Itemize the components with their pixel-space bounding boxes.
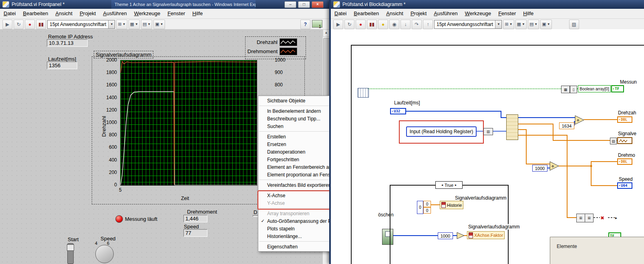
context-menu-item[interactable]: Suchen▶ [258,122,329,130]
bundle-node-icon[interactable]: ⊞ [585,214,594,222]
background-window-title: Theme 1 Achse an Signalverlaufsgraph tau… [115,2,256,7]
tf-indicator-terminal[interactable]: ▸TF [611,85,624,92]
distribute-objects-dropdown[interactable]: ▦▼ [129,20,140,29]
u32-terminal[interactable]: ▸U32 [390,108,406,114]
menu-item-label: Datenoperationen [267,149,329,155]
menu-item-label: Erstellen [267,134,329,140]
drehmoment-field[interactable]: 1,446 [183,215,207,222]
u64-terminal-speed[interactable]: ▸U64 [617,182,632,189]
legend-row: Drehmoment [247,47,306,56]
background-window-titlebar[interactable]: Theme 1 Achse an Signalverlaufsgraph tau… [111,0,256,9]
legend-label-drehmoment: Drehmoment [247,48,278,54]
convert-node-icon[interactable]: ▤ [610,138,617,144]
resize-objects-dropdown[interactable]: ▤▼ [141,20,152,29]
run-continuous-button[interactable]: ↻ [14,20,24,29]
run-button[interactable]: ▶ [2,20,12,29]
maximize-button[interactable]: □ [298,1,310,8]
y-tick: 400 [109,157,117,163]
constant-1000-case[interactable]: 1000 [438,232,453,239]
context-menu: Sichtbare Objekte▶In Bedienelement änder… [258,96,329,252]
array-element-0a[interactable]: 0 [423,201,431,207]
menu-item-label: Plots stapeln [267,226,329,232]
minimize-button[interactable]: – [284,1,296,8]
menu-bearbeiten[interactable]: Bearbeiten [19,9,52,18]
xachse-faktor-property-node[interactable]: XAchse.Faktor [467,231,505,239]
chart-reference-icon [469,232,473,238]
close-button[interactable]: × [312,1,324,8]
chevron-down-icon[interactable]: ▼ [108,20,115,28]
menu-datei[interactable]: Datei [0,9,19,18]
waveform-terminal[interactable] [617,137,632,144]
pause-button[interactable]: ▮▮ [36,20,46,29]
speed-field[interactable]: 77 [183,229,207,237]
context-menu-item[interactable]: Fortgeschritten▶ [258,156,329,163]
context-menu-item: Array transponieren [258,210,329,217]
context-menu-item[interactable]: Element proportional an Fenstergröße anp… [258,171,329,178]
menu-fenster[interactable]: Fenster [164,9,189,18]
menu-separator [259,208,329,208]
context-menu-item[interactable]: Ersetzen▶ [258,140,329,148]
waveform-chart[interactable] [120,60,257,186]
dbl-terminal-drehmoment[interactable]: ▸DBL [617,158,632,165]
scroll-up-button[interactable]: ▲ [323,29,329,37]
speed-knob[interactable] [95,245,114,263]
subvi-icon[interactable] [358,88,369,98]
historie-property-node[interactable]: Historie [440,201,463,209]
case-selector[interactable]: ◂ True ▸ [435,181,463,189]
context-menu-item[interactable]: X-Achse▶ [258,192,329,199]
input-register-constant[interactable]: Input (Read Holding Register) [406,126,477,137]
context-menu-item[interactable]: In Bedienelement ändern [258,107,329,115]
unbundle-array-node[interactable] [506,114,518,140]
context-menu-item[interactable]: Element an Fensterbereich anpassen [258,163,329,171]
constant-1000[interactable]: 1000 [532,165,547,172]
index-array-icon[interactable]: ▦ [561,86,570,93]
abort-button[interactable]: ● [25,20,35,29]
menu-ansicht[interactable]: Ansicht [52,9,76,18]
array-element-icon[interactable]: ▯ [570,86,577,93]
remote-ip-field[interactable]: 10.3.71.13 [47,39,88,47]
context-menu-item[interactable]: ✓Auto-Größenanpassung der Plotlegende [258,217,329,225]
menu-separator [259,190,329,190]
case-prev-icon[interactable]: ◂ [441,183,443,187]
context-menu-item[interactable]: Plots stapeln [258,225,329,232]
font-selector[interactable]: 15pt Anwendungsschriftart ▼ [47,20,115,29]
menu-ausführen[interactable]: Ausführen [99,9,130,18]
plot-style-icon[interactable] [280,38,297,46]
context-menu-item[interactable]: Eigenschaften [258,243,329,250]
menu-werkzeuge[interactable]: Werkzeuge [131,9,164,18]
context-menu-item[interactable]: Erstellen▶ [258,133,329,140]
broken-wire-icon: ✖ [600,215,604,221]
menu-projekt[interactable]: Projekt [76,9,99,18]
chart-title-label[interactable]: Signalverlaufsdiagramm [94,51,153,58]
plot-style-icon[interactable] [280,48,297,55]
context-menu-item[interactable]: Historienlänge... [258,232,329,240]
right-y-tick: 800 [275,82,283,88]
case-next-icon[interactable]: ▸ [455,183,457,187]
context-menu-item[interactable]: Datenoperationen▶ [258,148,329,156]
context-menu-item[interactable]: Beschreibung und Tipp... [258,115,329,122]
menu-separator [259,131,329,132]
array-index-box[interactable]: 0 [417,201,423,214]
status-led[interactable] [115,215,123,223]
context-menu-item[interactable]: Sichtbare Objekte▶ [258,97,329,104]
reorder-dropdown[interactable]: ▣▼ [153,20,165,29]
build-waveform-icon[interactable]: ⊞ [576,214,585,222]
toolbar: ▶ ↻ ● ▮▮ 15pt Anwendungsschriftart ▼ ⊞▼ … [0,19,329,30]
elemente-palette[interactable]: Elemente [550,237,644,264]
start-switch[interactable] [67,243,74,264]
enum-node-icon[interactable]: ▥ [483,128,493,135]
plot-legend[interactable]: Drehzahl Drehmoment [245,36,306,59]
constant-1634[interactable]: 1634 [559,122,574,129]
laufzeit-field[interactable]: 1356 [47,62,77,69]
chart-reference-label-2: Signalverlaufsdiagramm [468,224,520,230]
messung-wire-label: Messun [620,79,637,85]
context-help-button[interactable]: ? [300,20,310,29]
align-objects-dropdown[interactable]: ⊞▼ [116,20,127,29]
context-menu-item[interactable]: Vereinfachtes Bild exportieren... [258,181,329,189]
legend-row: Drehzahl [247,38,306,47]
dbl-terminal-drehzahl[interactable]: ▸DBL [617,116,632,123]
menu-hilfe[interactable]: Hilfe [189,9,206,18]
menu-item-label: Vereinfachtes Bild exportieren... [267,182,329,188]
y-tick: 1000 [106,120,117,125]
array-element-0b[interactable]: 0 [423,207,431,214]
